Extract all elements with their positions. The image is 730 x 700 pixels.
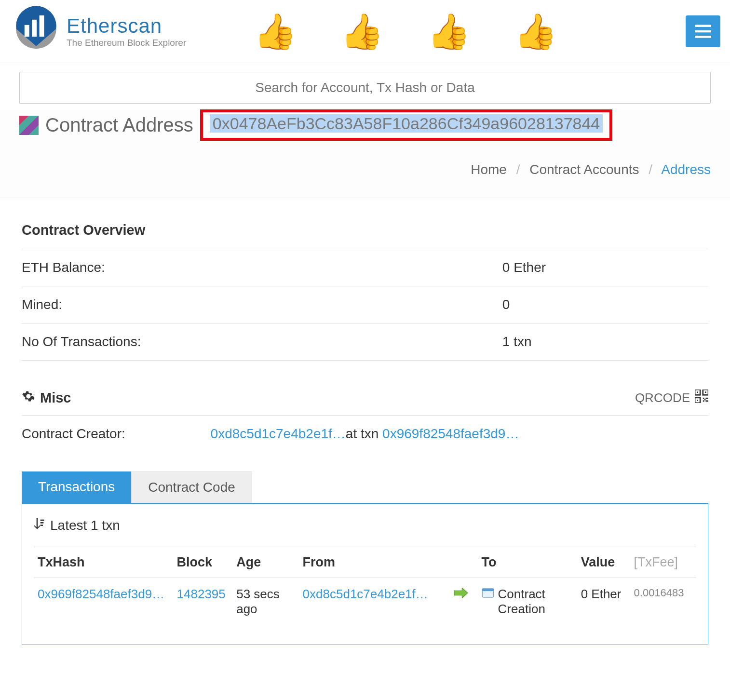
thumbs-up-icon: 👍 (254, 11, 297, 52)
etherscan-logo-icon (10, 5, 63, 58)
address-highlight-box: 0x0478AeFb3Cc83A58F10a286Cf349a960281378… (200, 109, 612, 141)
svg-rect-14 (705, 398, 707, 399)
creator-row: Contract Creator: 0xd8c5d1c7e4b2e1f…at t… (22, 416, 708, 452)
sort-icon (34, 518, 44, 533)
svg-rect-21 (41, 525, 43, 526)
th-block: Block (173, 547, 233, 578)
direction-cell (445, 578, 478, 626)
misc-label-text: Misc (40, 390, 71, 406)
svg-rect-10 (705, 391, 706, 393)
th-to: To (478, 547, 577, 578)
value-cell: 0 Ether (577, 578, 630, 626)
svg-rect-1 (25, 25, 29, 37)
creator-label: Contract Creator: (22, 426, 211, 442)
overview-value: 0 Ether (502, 260, 708, 275)
svg-rect-6 (695, 36, 711, 38)
thumbs-up-icon: 👍 (427, 11, 471, 52)
overview-label: Mined: (22, 297, 502, 312)
header: Etherscan The Ethereum Block Explorer 👍 … (0, 0, 730, 63)
svg-rect-2 (32, 20, 37, 37)
table-header-row: TxHash Block Age From To Value [TxFee] (34, 547, 696, 578)
transactions-table: TxHash Block Age From To Value [TxFee] 0… (34, 547, 696, 625)
svg-rect-8 (697, 391, 698, 393)
qrcode-icon (695, 390, 708, 406)
logo-subtitle: The Ethereum Block Explorer (67, 38, 186, 48)
svg-rect-16 (703, 400, 704, 402)
tab-transactions[interactable]: Transactions (22, 471, 131, 503)
th-txhash: TxHash (34, 547, 173, 578)
thumbs-row: 👍 👍 👍 👍 (254, 11, 557, 52)
creator-txn-link[interactable]: 0x969f82548faef3d9… (382, 426, 519, 441)
svg-rect-19 (41, 520, 44, 521)
gears-icon (22, 390, 35, 406)
hamburger-menu-button[interactable] (686, 15, 720, 47)
hamburger-icon (695, 25, 711, 38)
transactions-panel: Latest 1 txn TxHash Block Age From To Va… (22, 503, 708, 645)
svg-rect-3 (40, 15, 44, 37)
latest-txn-label: Latest 1 txn (34, 518, 696, 547)
contract-icon (482, 587, 494, 603)
contract-address-value: 0x0478AeFb3Cc83A58F10a286Cf349a960281378… (210, 114, 603, 133)
breadcrumb-current: Address (661, 162, 711, 177)
misc-header: Misc QRCODE (22, 390, 708, 416)
breadcrumb-separator: / (649, 162, 652, 177)
svg-rect-15 (704, 399, 706, 401)
breadcrumb-home-link[interactable]: Home (471, 162, 507, 177)
logo-title: Etherscan (67, 14, 186, 38)
svg-rect-18 (707, 398, 708, 399)
tabs: Transactions Contract Code (22, 471, 708, 503)
at-txn-text: at txn (346, 426, 382, 441)
overview-row-balance: ETH Balance: 0 Ether (22, 249, 708, 286)
age-cell: 53 secs ago (232, 578, 298, 626)
thumbs-up-icon: 👍 (514, 11, 557, 52)
overview-row-txns: No Of Transactions: 1 txn (22, 323, 708, 361)
logo-text: Etherscan The Ethereum Block Explorer (67, 14, 186, 48)
breadcrumb-accounts-link[interactable]: Contract Accounts (529, 162, 639, 177)
arrow-right-icon (454, 587, 468, 601)
overview-title: Contract Overview (22, 222, 708, 249)
to-text: Contract Creation (498, 587, 573, 617)
latest-txn-text: Latest 1 txn (50, 518, 120, 533)
overview-label: No Of Transactions: (22, 334, 502, 350)
search-row (0, 63, 730, 109)
th-txfee: [TxFee] (630, 547, 696, 578)
misc-title: Misc (22, 390, 71, 406)
qrcode-button[interactable]: QRCODE (635, 390, 708, 406)
address-header: Contract Address 0x0478AeFb3Cc83A58F10a2… (0, 109, 730, 148)
table-row: 0x969f82548faef3d9… 1482395 53 secs ago … (34, 578, 696, 626)
logo[interactable]: Etherscan The Ethereum Block Explorer (10, 5, 186, 58)
main-content: Contract Overview ETH Balance: 0 Ether M… (0, 198, 730, 660)
creator-address-link[interactable]: 0xd8c5d1c7e4b2e1f… (211, 426, 346, 441)
to-cell: Contract Creation (478, 578, 577, 626)
breadcrumb-separator: / (516, 162, 520, 177)
overview-value: 0 (502, 297, 708, 312)
tab-contract-code[interactable]: Contract Code (131, 471, 252, 503)
overview-row-mined: Mined: 0 (22, 286, 708, 323)
overview-value: 1 txn (502, 334, 708, 350)
th-arrow (445, 547, 478, 578)
th-from: From (299, 547, 445, 578)
search-input[interactable] (19, 72, 711, 104)
address-identicon-icon (19, 116, 39, 135)
svg-rect-20 (41, 522, 44, 524)
block-link[interactable]: 1482395 (177, 587, 226, 601)
svg-rect-4 (695, 25, 711, 27)
fee-cell: 0.0016483 (630, 578, 696, 626)
qrcode-label: QRCODE (635, 390, 690, 405)
contract-address-label: Contract Address (45, 114, 193, 136)
th-value: Value (577, 547, 630, 578)
txhash-link[interactable]: 0x969f82548faef3d9… (38, 587, 164, 601)
from-link[interactable]: 0xd8c5d1c7e4b2e1f… (303, 587, 428, 601)
overview-label: ETH Balance: (22, 260, 502, 275)
svg-rect-23 (482, 589, 493, 591)
th-age: Age (232, 547, 298, 578)
svg-rect-13 (703, 398, 704, 399)
svg-rect-5 (695, 30, 711, 33)
svg-rect-17 (705, 400, 708, 402)
creator-value: 0xd8c5d1c7e4b2e1f…at txn 0x969f82548faef… (211, 426, 519, 442)
svg-rect-12 (697, 400, 698, 401)
thumbs-up-icon: 👍 (340, 11, 384, 52)
breadcrumb: Home / Contract Accounts / Address (0, 148, 730, 198)
